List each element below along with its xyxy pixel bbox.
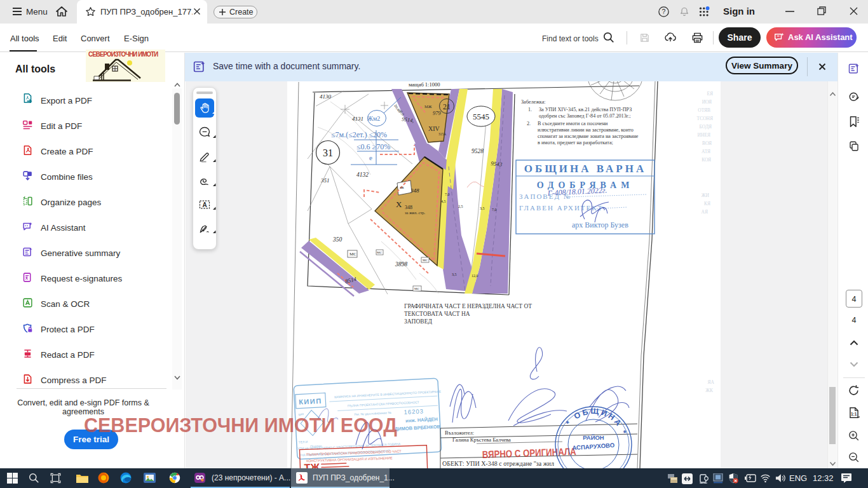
svg-text:Галина Кръстева Балчева: Галина Кръстева Балчева	[452, 437, 511, 443]
svg-text:ТЖ: ТЖ	[304, 462, 320, 468]
svg-text:ЯА: ЯА	[708, 379, 715, 385]
svg-text:2,5: 2,5	[458, 205, 463, 208]
svg-text:ЗАПОВЕД: ЗАПОВЕД	[404, 318, 432, 325]
svg-text:4130: 4130	[320, 93, 332, 100]
svg-text:за жил. стр.: за жил. стр.	[405, 210, 426, 215]
svg-text:9543: 9543	[491, 160, 503, 168]
svg-text:АТЯ: АТЯ	[702, 149, 710, 154]
svg-text:ОБЩИНА ВАРНА: ОБЩИНА ВАРНА	[524, 163, 647, 175]
svg-text:ОБЕКТ: УПИ Х-348 с отреждане ": ОБЕКТ: УПИ Х-348 с отреждане "за жил	[442, 460, 554, 467]
svg-text:7,0: 7,0	[492, 208, 497, 212]
svg-text:МС: МС	[414, 287, 419, 290]
svg-text:ТЕКСТОВАТА ЧАСТ НА: ТЕКСТОВАТА ЧАСТ НА	[404, 311, 470, 317]
svg-text:979: 979	[433, 110, 442, 116]
svg-text:≤7м.(≤2ет.) ≤20%: ≤7м.(≤2ет.) ≤20%	[331, 130, 387, 139]
svg-text:4,5: 4,5	[441, 200, 446, 203]
svg-text:315А: 315А	[438, 132, 446, 136]
svg-text:?: ?	[662, 8, 666, 15]
svg-text:БОДЯ: БОДЯ	[700, 124, 712, 130]
svg-text:арх Виктор Бузев: арх Виктор Бузев	[572, 220, 628, 229]
svg-text:ЖИ: ЖИ	[702, 193, 710, 198]
svg-text:ИНЕЯ: ИНЕЯ	[698, 132, 710, 138]
svg-text:илюстративни линии на застрояв: илюстративни линии на застрояване, които	[538, 127, 634, 133]
svg-text:X: X	[396, 200, 402, 209]
svg-text:ТЕЛ И: ТЕЛ И	[299, 440, 308, 444]
svg-text:е: е	[369, 154, 372, 161]
svg-text:одобрен със Заповед Г-84 от 05: одобрен със Заповед Г-84 от 05.07.2013г.…	[539, 113, 631, 119]
svg-text:МС: МС	[377, 251, 382, 254]
svg-text:ЖК: ЖК	[705, 388, 714, 393]
svg-text:РАЙОН: РАЙОН	[583, 434, 604, 441]
svg-text:ИОЯ: ИОЯ	[702, 99, 712, 105]
svg-text:350: 350	[332, 236, 342, 243]
svg-text:МЖ: МЖ	[424, 104, 432, 109]
svg-text:лж: лж	[400, 186, 404, 189]
svg-text:12,0: 12,0	[471, 274, 478, 278]
svg-text:4131: 4131	[352, 116, 363, 122]
svg-text:МС: МС	[349, 252, 356, 257]
svg-text:1:1: 1:1	[851, 412, 857, 416]
svg-text:2.: 2.	[527, 121, 531, 126]
svg-text:мащаб 1:1000: мащаб 1:1000	[409, 81, 440, 88]
svg-text:ОТЯВ: ОТЯВ	[698, 107, 710, 113]
svg-text:≤0.6 ≥70%: ≤0.6 ≥70%	[356, 142, 390, 151]
svg-text:348: 348	[410, 187, 419, 194]
svg-text:3898: 3898	[395, 261, 407, 268]
svg-text:7,0: 7,0	[445, 193, 450, 196]
svg-text:Жм2: Жм2	[367, 115, 380, 122]
svg-text:XIV: XIV	[428, 125, 440, 132]
svg-text:в имота, предмет на разработка: в имота, предмет на разработката;	[538, 140, 613, 146]
svg-text:КИИП: КИИП	[299, 397, 322, 406]
svg-text:31: 31	[323, 147, 333, 158]
svg-text:ГРАФИЧНАТА ЧАСТ Е НЕРАЗДЕЛНА Ч: ГРАФИЧНАТА ЧАСТ Е НЕРАЗДЕЛНА ЧАСТ ОТ	[404, 303, 532, 309]
svg-text:5545: 5545	[473, 112, 489, 121]
svg-text:4132: 4132	[356, 172, 369, 178]
svg-text:3,5: 3,5	[480, 207, 485, 210]
svg-text:АЯ: АЯ	[702, 209, 708, 215]
svg-text:348: 348	[405, 205, 412, 210]
svg-text:спомагат за изследване зоната: спомагат за изследване зоната на застроя…	[538, 133, 639, 139]
svg-text:ВОЯ: ВОЯ	[702, 140, 712, 146]
svg-text:21: 21	[443, 102, 451, 111]
svg-text:Забележка:: Забележка:	[521, 99, 546, 105]
svg-text:1.: 1.	[528, 107, 532, 112]
svg-text:351: 351	[320, 177, 330, 184]
svg-text:ЕЯ: ЕЯ	[707, 91, 713, 97]
svg-text:3,5: 3,5	[452, 273, 457, 276]
svg-text:КОЯ: КОЯ	[702, 157, 711, 163]
svg-text:МС: МС	[423, 259, 428, 262]
svg-text:КЯ: КЯ	[704, 201, 710, 207]
svg-text:В съседните имоти са посочени: В съседните имоти са посочени	[538, 121, 608, 126]
svg-text:ТСОНЯ: ТСОНЯ	[697, 116, 713, 121]
svg-text:9528: 9528	[471, 148, 484, 154]
svg-text:За УПИ XIV-345, кв.21 действа: За УПИ XIV-345, кв.21 действа ПУП-ПРЗ	[539, 107, 632, 112]
